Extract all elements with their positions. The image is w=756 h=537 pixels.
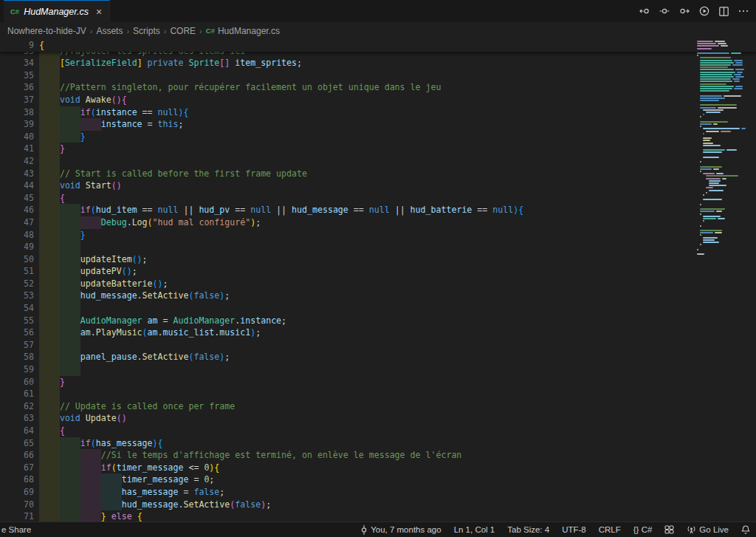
- next-change-icon[interactable]: [679, 7, 690, 16]
- statusbar-tabsize[interactable]: Tab Size: 4: [507, 525, 549, 534]
- code-line[interactable]: 44void Start(): [0, 179, 756, 192]
- code-line[interactable]: 38if(instance == null){: [0, 106, 756, 119]
- code-line[interactable]: 64{: [0, 425, 756, 437]
- code-line[interactable]: 70hud_message.SetActive(false);: [0, 499, 756, 511]
- code-line[interactable]: 45{: [0, 192, 756, 205]
- statusbar-grid[interactable]: [664, 525, 674, 534]
- statusbar-eol[interactable]: CRLF: [599, 525, 621, 534]
- code-line-content[interactable]: instance = this;: [39, 118, 756, 131]
- code-line-content[interactable]: // Update is called once per frame: [39, 400, 756, 413]
- code-line[interactable]: 51updatePV();: [0, 265, 756, 278]
- open-changes-icon[interactable]: [659, 7, 670, 16]
- code-line-content[interactable]: [SerializeField] private Sprite[] item_s…: [39, 57, 756, 69]
- code-line-content[interactable]: Debug.Log("hud mal configuré");: [39, 216, 756, 229]
- code-line[interactable]: 57: [0, 339, 756, 352]
- code-line-content[interactable]: {: [39, 192, 756, 205]
- code-line-content[interactable]: }: [39, 229, 756, 242]
- code-line-content[interactable]: hud_message.SetActive(false);: [39, 290, 756, 302]
- code-line[interactable]: 48}: [0, 229, 756, 242]
- code-line[interactable]: 37void Awake(){: [0, 94, 756, 106]
- live-share-button[interactable]: e Share: [1, 525, 31, 534]
- code-line[interactable]: 43// Start is called before the first fr…: [0, 168, 756, 180]
- code-editor[interactable]: 9{ 33//rajouter les sprites des items ic…: [0, 39, 756, 521]
- statusbar-cursor[interactable]: Ln 1, Col 1: [454, 525, 495, 534]
- code-line-content[interactable]: [39, 241, 756, 253]
- code-line-content[interactable]: [39, 339, 756, 352]
- code-line[interactable]: 67if(timer_message <= 0){: [0, 462, 756, 474]
- code-line-content[interactable]: [39, 69, 756, 82]
- code-line-content[interactable]: void Start(): [39, 179, 756, 192]
- code-line[interactable]: 68timer_message = 0;: [0, 473, 756, 486]
- code-line[interactable]: 56am.PlayMusic(am.music_list.music1);: [0, 326, 756, 339]
- code-line-content[interactable]: if(hud_item == null || hud_pv == null ||…: [39, 204, 756, 216]
- code-line-content[interactable]: // Start is called before the first fram…: [39, 168, 756, 180]
- tab-hudmanager[interactable]: C# HudManager.cs ×: [4, 0, 110, 22]
- code-line[interactable]: 71} else {: [0, 510, 756, 521]
- code-line[interactable]: 69has_message = false;: [0, 486, 756, 499]
- code-line-content[interactable]: [39, 363, 756, 376]
- code-line-content[interactable]: }: [39, 131, 756, 143]
- breadcrumb-item[interactable]: Nowhere-to-hide-JV: [7, 26, 86, 36]
- breadcrumb-item[interactable]: Assets: [96, 26, 123, 36]
- breadcrumb-item[interactable]: CORE: [170, 26, 196, 36]
- code-line[interactable]: 65if(has_message){: [0, 437, 756, 450]
- code-line[interactable]: 52updateBatterie();: [0, 278, 756, 290]
- statusbar-encoding[interactable]: UTF-8: [562, 525, 586, 534]
- code-line[interactable]: 55AudioManager am = AudioManager.instanc…: [0, 315, 756, 327]
- statusbar-language[interactable]: {} C#: [633, 525, 653, 534]
- code-line[interactable]: 47Debug.Log("hud mal configuré");: [0, 216, 756, 229]
- more-actions-icon[interactable]: [738, 10, 749, 13]
- code-line[interactable]: 42: [0, 155, 756, 168]
- code-line-content[interactable]: //Pattern singleton, pour récupérer faci…: [39, 81, 756, 94]
- code-line-content[interactable]: } else {: [39, 510, 756, 521]
- statusbar-bell[interactable]: [741, 525, 750, 535]
- code-line[interactable]: 62// Update is called once per frame: [0, 400, 756, 413]
- sticky-scroll-line[interactable]: 9{: [0, 39, 756, 52]
- code-line-content[interactable]: if(instance == null){: [39, 106, 756, 119]
- run-code-icon[interactable]: [699, 6, 709, 16]
- code-line[interactable]: 36//Pattern singleton, pour récupérer fa…: [0, 81, 756, 94]
- code-line[interactable]: 49: [0, 241, 756, 253]
- code-line[interactable]: 59: [0, 363, 756, 376]
- previous-change-icon[interactable]: [639, 7, 650, 16]
- code-line-content[interactable]: has_message = false;: [39, 486, 756, 499]
- code-line-content[interactable]: [39, 388, 756, 400]
- code-line-content[interactable]: panel_pause.SetActive(false);: [39, 351, 756, 363]
- code-line[interactable]: 63void Update(): [0, 412, 756, 425]
- statusbar-golive[interactable]: Go Live: [687, 525, 729, 534]
- breadcrumb-item[interactable]: Scripts: [133, 26, 160, 36]
- code-line[interactable]: 60}: [0, 376, 756, 389]
- minimap[interactable]: [697, 41, 749, 521]
- code-line[interactable]: 41}: [0, 143, 756, 155]
- code-line-content[interactable]: //Si le temps d'affichage est terminé, o…: [39, 449, 756, 462]
- code-line[interactable]: 53hud_message.SetActive(false);: [0, 290, 756, 302]
- code-line[interactable]: 34[SerializeField] private Sprite[] item…: [0, 57, 756, 69]
- code-line[interactable]: 40}: [0, 131, 756, 143]
- breadcrumb-item-file[interactable]: C#HudManager.cs: [206, 26, 280, 36]
- code-line[interactable]: 66//Si le temps d'affichage est terminé,…: [0, 449, 756, 462]
- code-line-content[interactable]: updatePV();: [39, 265, 756, 278]
- code-line-content[interactable]: }: [39, 376, 756, 389]
- code-line-content[interactable]: if(has_message){: [39, 437, 756, 450]
- code-line[interactable]: 50updateItem();: [0, 253, 756, 266]
- code-line-content[interactable]: {: [39, 39, 756, 52]
- close-icon[interactable]: ×: [96, 7, 102, 17]
- code-line[interactable]: 39instance = this;: [0, 118, 756, 131]
- code-line[interactable]: 54: [0, 302, 756, 315]
- code-line-content[interactable]: updateBatterie();: [39, 278, 756, 290]
- code-line-content[interactable]: {: [39, 425, 756, 437]
- code-line[interactable]: 46if(hud_item == null || hud_pv == null …: [0, 204, 756, 216]
- code-line[interactable]: 61: [0, 388, 756, 400]
- statusbar-blame[interactable]: You, 7 months ago: [360, 525, 441, 535]
- code-line-content[interactable]: am.PlayMusic(am.music_list.music1);: [39, 326, 756, 339]
- code-line-content[interactable]: if(timer_message <= 0){: [39, 462, 756, 474]
- split-editor-icon[interactable]: [719, 7, 729, 16]
- code-line-content[interactable]: [39, 155, 756, 168]
- code-line-content[interactable]: timer_message = 0;: [39, 473, 756, 486]
- code-line-content[interactable]: void Awake(){: [39, 94, 756, 106]
- code-line[interactable]: 58panel_pause.SetActive(false);: [0, 351, 756, 363]
- code-line-content[interactable]: hud_message.SetActive(false);: [39, 499, 756, 511]
- code-line-content[interactable]: AudioManager am = AudioManager.instance;: [39, 315, 756, 327]
- code-line-content[interactable]: [39, 302, 756, 315]
- code-line-content[interactable]: }: [39, 143, 756, 155]
